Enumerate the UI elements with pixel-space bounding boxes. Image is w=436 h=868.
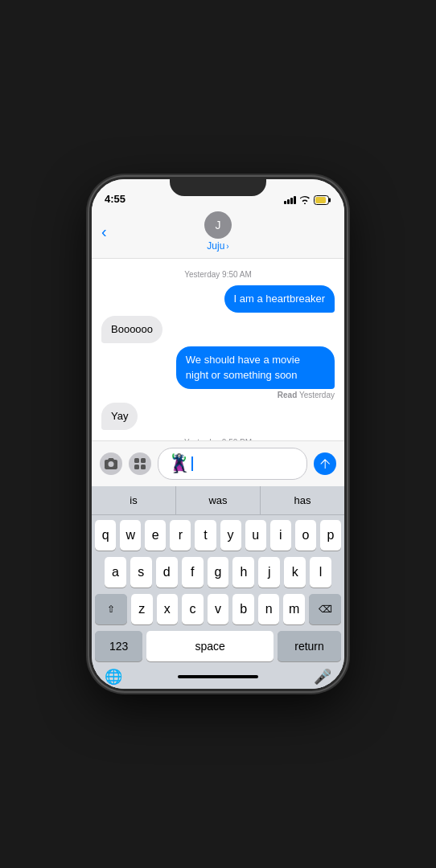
key-b[interactable]: b xyxy=(232,594,254,624)
read-receipt: Read Yesterday xyxy=(278,391,335,399)
message-row: We should have a movie night or somethin… xyxy=(101,346,335,399)
notch xyxy=(170,177,266,196)
wifi-icon xyxy=(299,196,311,204)
key-n[interactable]: n xyxy=(258,594,280,624)
message-input[interactable]: 🦹 xyxy=(158,448,307,480)
num-key[interactable]: 123 xyxy=(95,631,142,661)
key-row-1: q w e r t y u i o p xyxy=(95,520,341,551)
mic-icon[interactable]: 🎤 xyxy=(314,668,331,686)
key-z[interactable]: z xyxy=(131,594,153,624)
key-w[interactable]: w xyxy=(120,520,141,551)
signal-icon xyxy=(284,196,296,204)
key-r[interactable]: r xyxy=(170,520,191,551)
input-area: 🦹 xyxy=(92,440,344,486)
key-q[interactable]: q xyxy=(95,520,116,551)
key-c[interactable]: c xyxy=(182,594,204,624)
key-m[interactable]: m xyxy=(283,594,305,624)
keys-area: q w e r t y u i o p a s d f g xyxy=(92,515,344,665)
globe-icon[interactable]: 🌐 xyxy=(105,668,122,686)
key-t[interactable]: t xyxy=(195,520,216,551)
chevron-right-icon: › xyxy=(226,242,228,251)
svg-rect-4 xyxy=(141,458,146,463)
svg-rect-1 xyxy=(329,199,331,203)
message-bubble-received: Boooooo xyxy=(101,316,162,343)
space-key[interactable]: space xyxy=(146,631,274,661)
text-cursor xyxy=(191,457,193,471)
svg-rect-6 xyxy=(141,465,146,469)
key-e[interactable]: e xyxy=(145,520,166,551)
message-bubble-sent: I am a heartbreaker xyxy=(224,285,335,313)
key-row-3: ⇧ z x c v b n m ⌫ xyxy=(95,594,341,624)
nav-header: ‹ J Juju › xyxy=(92,208,344,259)
delete-key[interactable]: ⌫ xyxy=(309,594,341,624)
key-h[interactable]: h xyxy=(232,557,254,588)
status-icons xyxy=(284,195,331,205)
key-s[interactable]: s xyxy=(130,557,152,588)
autocomplete-bar: is was has xyxy=(92,486,344,515)
key-l[interactable]: l xyxy=(310,557,331,588)
return-key[interactable]: return xyxy=(278,631,341,661)
key-g[interactable]: g xyxy=(208,557,229,588)
contact-name: Juju › xyxy=(207,240,228,252)
svg-rect-2 xyxy=(315,197,326,203)
message-bubble-received: Yay xyxy=(101,403,138,430)
svg-rect-5 xyxy=(134,465,139,469)
key-row-4: 123 space return xyxy=(95,631,341,661)
key-row-2: a s d f g h j k l xyxy=(95,557,341,588)
shift-key[interactable]: ⇧ xyxy=(95,594,127,624)
key-u[interactable]: u xyxy=(245,520,266,551)
key-j[interactable]: j xyxy=(258,557,280,588)
send-button[interactable] xyxy=(314,452,336,475)
home-indicator xyxy=(178,675,258,678)
key-f[interactable]: f xyxy=(182,557,204,588)
key-p[interactable]: p xyxy=(320,520,341,551)
key-x[interactable]: x xyxy=(157,594,179,624)
message-row: Yay xyxy=(101,403,335,430)
key-a[interactable]: a xyxy=(105,557,126,588)
messages-area: Yesterday 9:50 AM I am a heartbreaker Bo… xyxy=(92,259,344,440)
camera-icon[interactable] xyxy=(100,452,122,475)
key-v[interactable]: v xyxy=(208,594,229,624)
back-button[interactable]: ‹ xyxy=(101,223,107,241)
key-i[interactable]: i xyxy=(270,520,291,551)
phone-screen: 4:55 ‹ xyxy=(92,179,344,689)
autocomplete-was[interactable]: was xyxy=(176,486,261,514)
battery-icon xyxy=(314,195,331,205)
keyboard: is was has q w e r t y u xyxy=(92,486,344,689)
avatar: J xyxy=(204,211,232,239)
autocomplete-has[interactable]: has xyxy=(261,486,344,514)
key-k[interactable]: k xyxy=(284,557,306,588)
keyboard-bottom-row: 🌐 🎤 xyxy=(92,665,344,689)
message-row: Boooooo xyxy=(101,316,335,343)
message-row: I am a heartbreaker xyxy=(101,285,335,313)
timestamp-1: Yesterday 9:50 AM xyxy=(101,270,335,279)
contact-info[interactable]: J Juju › xyxy=(204,211,232,252)
emoji-in-input: 🦹 xyxy=(168,453,190,474)
appstore-icon[interactable] xyxy=(129,452,151,475)
key-d[interactable]: d xyxy=(156,557,178,588)
key-o[interactable]: o xyxy=(295,520,316,551)
autocomplete-is[interactable]: is xyxy=(92,486,176,514)
message-bubble-sent: We should have a movie night or somethin… xyxy=(176,346,335,388)
svg-rect-3 xyxy=(134,458,139,463)
phone-frame: 4:55 ‹ xyxy=(89,177,347,691)
key-y[interactable]: y xyxy=(220,520,241,551)
